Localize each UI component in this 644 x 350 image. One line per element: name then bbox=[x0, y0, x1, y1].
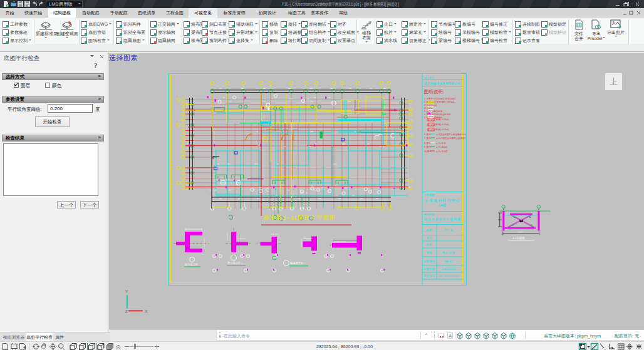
svg-text:剪力墙大样: 剪力墙大样 bbox=[185, 263, 198, 267]
svg-text:砼楼(+0.10m): 砼楼(+0.10m) bbox=[435, 123, 449, 126]
svg-text:7. 图例: 7. 图例 bbox=[424, 137, 431, 140]
svg-text:8. 图例: 8. 图例 bbox=[424, 142, 431, 145]
svg-text:1-1剖面图: 1-1剖面图 bbox=[512, 237, 525, 240]
svg-text:工程名称:: 工程名称: bbox=[424, 193, 435, 197]
svg-text:技术: 技术 bbox=[426, 243, 432, 246]
svg-text:Y: Y bbox=[125, 289, 128, 294]
svg-text:表示卫生间及阳台板顶降板0.1m: 表示卫生间及阳台板顶降板0.1m bbox=[436, 133, 466, 136]
svg-text:3600: 3600 bbox=[517, 231, 522, 234]
svg-text:表示+现浇带: 表示+现浇带 bbox=[436, 146, 449, 148]
svg-text:X: X bbox=[145, 309, 148, 314]
svg-text:剪力墙大样二: 剪力墙大样二 bbox=[227, 261, 243, 265]
svg-text:标准层3~31层尺寸平面图: 标准层3~31层尺寸平面图 bbox=[262, 214, 335, 221]
svg-text:表示+1层卫生间及阳台(采暖层): 表示+1层卫生间及阳台(采暖层) bbox=[436, 136, 465, 140]
svg-text:Z: Z bbox=[330, 244, 332, 247]
svg-text:表示+砼墙: 表示+砼墙 bbox=[436, 142, 446, 145]
svg-text:北京顺鑫科技发展有限公司: 北京顺鑫科技发展有限公司 bbox=[424, 81, 460, 86]
svg-text:层数: 层数 bbox=[427, 251, 432, 254]
svg-text:地上 31 层: 地上 31 层 bbox=[442, 251, 455, 254]
svg-text:工程编号: 工程编号 bbox=[423, 260, 435, 263]
svg-text:砼板(+0.15m): 砼板(+0.15m) bbox=[435, 128, 449, 131]
svg-text:审定: 审定 bbox=[427, 237, 432, 240]
svg-text:≡≡: ≡≡ bbox=[207, 242, 209, 244]
svg-text:1. 本图尺寸均以mm计 标高以m计: 1. 本图尺寸均以mm计 标高以m计 bbox=[424, 98, 456, 100]
svg-text:砼楼(+0.05m): 砼楼(+0.05m) bbox=[435, 118, 449, 121]
svg-text:现浇墙大样一: 现浇墙大样一 bbox=[290, 262, 306, 265]
svg-text:铝合金模板设计咨询图: 铝合金模板设计咨询图 bbox=[424, 217, 460, 222]
svg-text:10.图例: 10.图例 bbox=[424, 150, 432, 153]
svg-text:1#楼: 1#楼 bbox=[439, 203, 447, 207]
svg-text:出图日期: 出图日期 bbox=[423, 267, 435, 270]
svg-text:BS-22: BS-22 bbox=[445, 260, 453, 263]
svg-text:≈: ≈ bbox=[304, 235, 305, 238]
svg-text:图纸名称:: 图纸名称: bbox=[424, 213, 435, 216]
svg-text:图纸说明:: 图纸说明: bbox=[424, 89, 444, 95]
svg-text:制图: 制图 bbox=[427, 229, 432, 232]
svg-text:+86 13816921612: +86 13816921612 bbox=[437, 274, 460, 277]
svg-text:2016/02/02: 2016/02/02 bbox=[442, 267, 456, 270]
svg-text:3. 图例: 梁截面标高: 3. 图例: 梁截面标高 bbox=[424, 110, 443, 113]
svg-text:6. 图例: 6. 图例 bbox=[424, 133, 431, 136]
svg-text:设计单位: 设计单位 bbox=[424, 76, 434, 80]
svg-text:张三丰: 张三丰 bbox=[444, 229, 453, 232]
svg-text:联系电话: 联系电话 bbox=[423, 274, 435, 278]
svg-text:表示+后浇带: 表示+后浇带 bbox=[436, 150, 449, 153]
svg-text:云南金科时代中心: 云南金科时代中心 bbox=[425, 198, 460, 202]
svg-text:9. 图例: 9. 图例 bbox=[424, 146, 431, 148]
svg-text:Z: Z bbox=[125, 309, 128, 314]
svg-text:4. 图例: 标高同结构层标高处: 4. 图例: 标高同结构层标高处 bbox=[424, 113, 452, 116]
